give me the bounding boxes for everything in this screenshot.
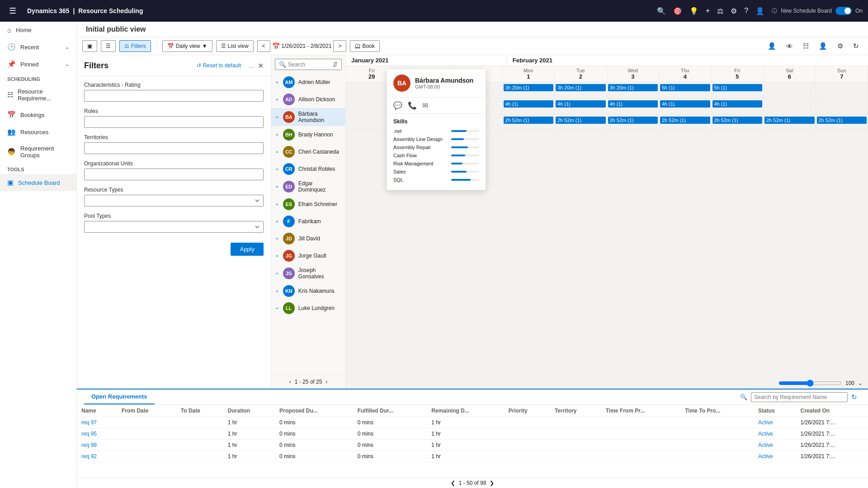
settings-icon[interactable]: ⚙: [731, 7, 737, 15]
resource-item[interactable]: + BH Brady Hannon: [271, 126, 345, 143]
target-icon[interactable]: 🎯: [673, 7, 682, 15]
booking-bar[interactable]: 2h 52m (1): [817, 117, 867, 124]
resource-item[interactable]: + AM Adrien Müller: [271, 74, 345, 91]
sidebar-item-requirement-groups[interactable]: 👦 Requirement Groups: [0, 141, 76, 163]
schedule-cell[interactable]: 5h (1): [712, 82, 764, 98]
zoom-slider[interactable]: [778, 380, 842, 387]
resource-item[interactable]: + KN Kris Nakamura: [271, 282, 345, 300]
requirement-name-link[interactable]: req 97: [81, 419, 97, 426]
user-icon[interactable]: 👤: [755, 7, 764, 15]
search-icon[interactable]: 🔍: [657, 7, 666, 15]
add-icon[interactable]: +: [706, 7, 710, 15]
schedule-cell[interactable]: 2h 52m (1): [555, 115, 607, 131]
schedule-cell[interactable]: 2h 52m (1): [764, 115, 816, 131]
booking-bar[interactable]: 2h 52m (1): [504, 117, 554, 124]
booking-bar[interactable]: 2h 52m (1): [660, 117, 710, 124]
search-input[interactable]: [288, 61, 331, 68]
booking-bar[interactable]: 3h 20m (1): [556, 84, 606, 91]
schedule-cell[interactable]: 4h (1): [607, 99, 660, 114]
status-link[interactable]: Active: [758, 431, 773, 437]
list-view-small-button[interactable]: ☰: [101, 40, 116, 52]
help-icon[interactable]: ?: [744, 7, 748, 15]
booking-bar[interactable]: 4h (1): [608, 100, 658, 108]
schedule-cell[interactable]: 2h 52m (1): [659, 115, 712, 131]
booking-bar[interactable]: 2h 52m (1): [556, 117, 606, 124]
schedule-cell[interactable]: [816, 99, 868, 114]
booking-bar[interactable]: 4h (1): [660, 100, 710, 108]
requirement-name-link[interactable]: req 92: [81, 453, 97, 460]
characteristics-rating-input[interactable]: [84, 90, 264, 102]
schedule-board-toggle[interactable]: On: [835, 7, 852, 15]
column-header[interactable]: Time To Pro...: [680, 405, 754, 417]
sidebar-item-schedule-board[interactable]: ▣ Schedule Board: [0, 174, 76, 191]
column-header[interactable]: Fulfilled Dur...: [353, 405, 427, 417]
schedule-cell[interactable]: 4h (1): [712, 99, 764, 114]
column-header[interactable]: Time From Pr...: [601, 405, 680, 417]
schedule-cell[interactable]: 4h (1): [503, 99, 555, 114]
grid-view-button[interactable]: ▣: [82, 40, 97, 52]
resource-item[interactable]: + CC Cheri Castaneda: [271, 143, 345, 160]
status-link[interactable]: Active: [758, 453, 773, 460]
schedule-cell[interactable]: 3h 20m (1): [607, 82, 660, 98]
sidebar-item-resource-requirements[interactable]: ☷ Resource Requireme...: [0, 84, 76, 106]
booking-bar[interactable]: 5h (1): [660, 84, 710, 91]
visibility-button[interactable]: 👁: [783, 41, 797, 52]
resource-item[interactable]: + LL Luke Lundgren: [271, 300, 345, 317]
status-link[interactable]: Active: [758, 442, 773, 448]
prev-page-icon[interactable]: ‹: [289, 379, 291, 385]
view-settings-button[interactable]: 👤: [764, 40, 780, 52]
next-page-icon[interactable]: ›: [326, 379, 327, 385]
search-requirement-input[interactable]: [754, 394, 844, 400]
list-view-button[interactable]: ☰ List view: [216, 40, 254, 52]
resource-item[interactable]: + BA Bárbara Amundson: [271, 108, 345, 126]
columns-button[interactable]: ☷: [799, 40, 812, 52]
sidebar-item-recent[interactable]: 🕑 Recent ⌄: [0, 38, 76, 56]
resource-item[interactable]: + AD Allison Dickson: [271, 91, 345, 108]
schedule-cell[interactable]: 2h 52m (1): [712, 115, 764, 131]
daily-view-button[interactable]: 📅 Daily view ▼: [162, 40, 212, 52]
pool-types-select[interactable]: [84, 221, 264, 233]
territories-input[interactable]: [84, 142, 264, 154]
popup-chat-icon[interactable]: 💬: [393, 101, 402, 110]
org-units-input[interactable]: [84, 169, 264, 180]
gear-button[interactable]: ⚙: [834, 40, 847, 52]
booking-bar[interactable]: 2h 52m (1): [764, 117, 815, 124]
refresh-button[interactable]: ↻: [849, 40, 863, 52]
booking-bar[interactable]: 4h (1): [556, 100, 606, 108]
sidebar-item-resources[interactable]: 👥 Resources: [0, 123, 76, 141]
roles-input[interactable]: [84, 116, 264, 128]
booking-bar[interactable]: 2h 52m (1): [608, 117, 658, 124]
sort-icon[interactable]: ⇵: [333, 61, 338, 68]
reset-to-default-button[interactable]: ↺ Reset to default: [193, 61, 245, 70]
open-requirements-tab[interactable]: Open Requirements: [84, 389, 155, 404]
column-header[interactable]: From Date: [117, 405, 176, 417]
lightbulb-icon[interactable]: 💡: [689, 7, 698, 15]
resource-item[interactable]: + ED Edgar Dominquez: [271, 178, 345, 196]
hamburger-icon[interactable]: ☰: [5, 2, 20, 19]
schedule-cell[interactable]: 4h (1): [555, 99, 607, 114]
column-header[interactable]: Remaining D...: [427, 405, 504, 417]
resource-item[interactable]: + JD Jill David: [271, 230, 345, 247]
status-link[interactable]: Active: [758, 419, 773, 426]
resource-item[interactable]: + JG Jorge Gault: [271, 247, 345, 264]
book-button[interactable]: 🕮 Book: [350, 40, 379, 52]
req-next-icon[interactable]: ❯: [490, 480, 494, 486]
more-options-icon[interactable]: …: [248, 62, 254, 69]
schedule-cell[interactable]: 4h (1): [659, 99, 712, 114]
resource-item[interactable]: + CR Christal Robles: [271, 160, 345, 178]
close-filters-icon[interactable]: ✕: [258, 61, 264, 70]
booking-bar[interactable]: 5h (1): [712, 84, 763, 91]
schedule-cell[interactable]: 5h (1): [659, 82, 712, 98]
column-header[interactable]: Priority: [504, 405, 550, 417]
column-header[interactable]: Duration: [223, 405, 275, 417]
booking-bar[interactable]: 3h 20m (1): [504, 84, 554, 91]
sidebar-item-pinned[interactable]: 📌 Pinned ⌄: [0, 56, 76, 73]
person-button[interactable]: 👤: [815, 40, 831, 52]
booking-bar[interactable]: 4h (1): [504, 100, 554, 108]
resource-item[interactable]: + F Fabrikam: [271, 213, 345, 230]
zoom-expand-icon[interactable]: ⌄: [858, 380, 863, 386]
schedule-cell[interactable]: [764, 99, 816, 114]
booking-bar[interactable]: 2h 52m (1): [712, 117, 763, 124]
schedule-cell[interactable]: 2h 52m (1): [503, 115, 555, 131]
filters-button[interactable]: ⚖ Filters: [119, 40, 151, 52]
